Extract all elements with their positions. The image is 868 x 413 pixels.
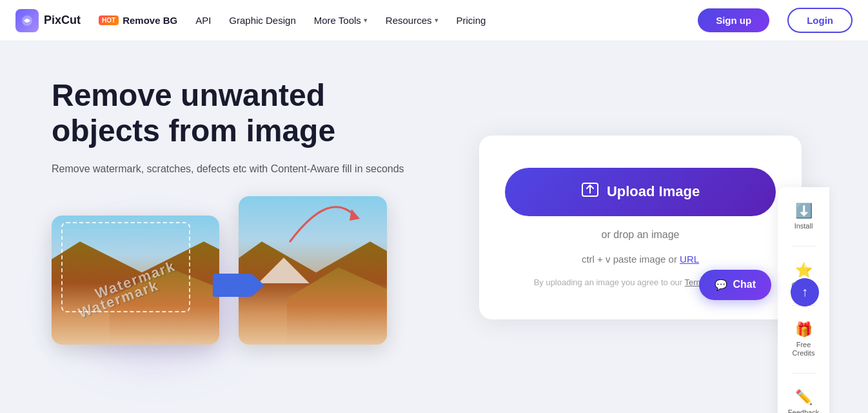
more-tools-nav-link[interactable]: More Tools ▾: [314, 15, 368, 26]
install-label: Install: [794, 222, 813, 230]
feedback-label: Feedback: [788, 408, 819, 413]
upload-button[interactable]: Upload Image: [505, 168, 776, 216]
left-panel: Remove unwanted objects from image Remov…: [52, 77, 426, 377]
credits-label: Free Credits: [788, 341, 819, 358]
upload-icon: [581, 181, 599, 203]
drop-text: or drop an image: [602, 229, 680, 241]
logo[interactable]: PixCut: [15, 9, 81, 32]
resources-chevron: ▾: [435, 16, 439, 25]
url-link[interactable]: URL: [680, 254, 699, 265]
snow-cap: [258, 257, 310, 283]
logo-icon: [15, 9, 39, 32]
hot-badge: HOT: [99, 15, 119, 25]
main-content: Remove unwanted objects from image Remov…: [0, 41, 868, 413]
dotted-selection: [61, 222, 190, 312]
right-panel: Upload Image or drop an image ctrl + v p…: [451, 136, 829, 319]
more-tools-chevron: ▾: [364, 16, 368, 25]
credits-icon: 🎁: [795, 321, 813, 338]
pricing-nav-link[interactable]: Pricing: [457, 15, 486, 26]
paste-text: ctrl + v paste image or URL: [582, 254, 699, 265]
install-panel-item[interactable]: ⬇️ Install: [789, 197, 818, 236]
blue-arrow: [213, 274, 252, 297]
credits-panel-item[interactable]: 🎁 Free Credits: [783, 316, 824, 363]
install-icon: ⬇️: [795, 203, 813, 219]
shortcut-icon: ⭐: [795, 262, 813, 279]
remove-bg-label: Remove BG: [123, 15, 177, 26]
chat-button[interactable]: 💬 Chat: [699, 270, 771, 300]
upload-button-label: Upload Image: [607, 183, 700, 200]
scroll-up-button[interactable]: ↑: [791, 278, 819, 307]
svg-marker-1: [350, 209, 360, 221]
chat-icon: 💬: [715, 279, 727, 291]
chat-label: Chat: [733, 279, 756, 290]
divider-3: [791, 373, 816, 374]
hero-subtitle: Remove watermark, scratches, defects etc…: [52, 161, 426, 177]
feedback-panel-item[interactable]: ✏️ Feedback: [783, 384, 824, 413]
login-button[interactable]: Login: [787, 8, 853, 33]
resources-nav-link[interactable]: Resources ▾: [386, 15, 439, 26]
feedback-icon: ✏️: [795, 389, 813, 406]
image-demo: Watermark Watermark: [52, 196, 387, 377]
logo-text: PixCut: [44, 14, 81, 27]
up-arrow-icon: ↑: [802, 285, 808, 299]
hero-title: Remove unwanted objects from image: [52, 77, 426, 148]
remove-bg-nav[interactable]: HOT Remove BG: [99, 15, 177, 26]
signup-button[interactable]: Sign up: [698, 8, 769, 32]
divider-1: [791, 246, 816, 247]
api-nav-link[interactable]: API: [195, 15, 211, 26]
arrow-shape: [213, 274, 252, 297]
graphic-design-nav-link[interactable]: Graphic Design: [229, 15, 295, 26]
before-image: Watermark Watermark: [52, 216, 219, 345]
navbar: PixCut HOT Remove BG API Graphic Design …: [0, 0, 868, 41]
red-arrow: [277, 177, 368, 257]
